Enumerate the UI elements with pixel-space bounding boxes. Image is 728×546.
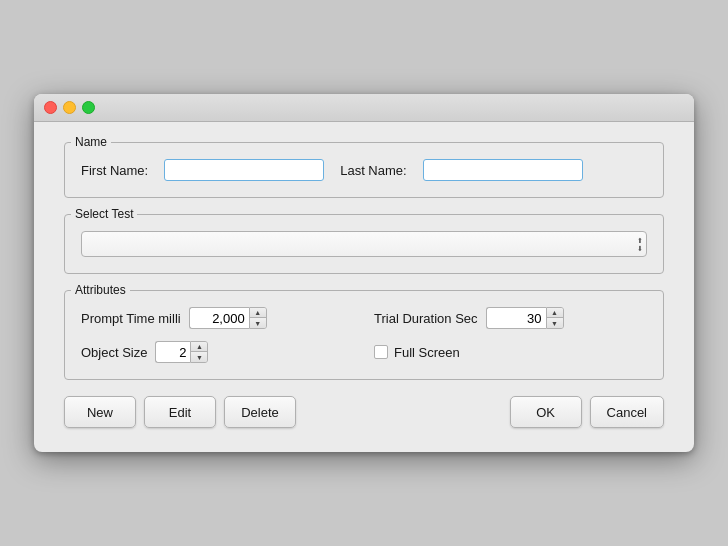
select-test-legend: Select Test xyxy=(71,207,137,221)
full-screen-checkbox[interactable] xyxy=(374,345,388,359)
object-size-input[interactable] xyxy=(155,341,190,363)
trial-duration-down-button[interactable]: ▼ xyxy=(547,318,563,328)
ok-button[interactable]: OK xyxy=(510,396,582,428)
traffic-lights xyxy=(44,101,95,114)
first-name-input[interactable] xyxy=(164,159,324,181)
attributes-fieldset: Attributes Prompt Time milli ▲ ▼ Tria xyxy=(64,290,664,380)
prompt-time-row: Prompt Time milli ▲ ▼ xyxy=(81,307,354,329)
buttons-left: New Edit Delete xyxy=(64,396,296,428)
prompt-time-stepper: ▲ ▼ xyxy=(249,307,267,329)
prompt-time-label: Prompt Time milli xyxy=(81,311,181,326)
buttons-right: OK Cancel xyxy=(510,396,664,428)
titlebar xyxy=(34,94,694,122)
object-size-input-wrapper: ▲ ▼ xyxy=(155,341,208,363)
minimize-button[interactable] xyxy=(63,101,76,114)
edit-button[interactable]: Edit xyxy=(144,396,216,428)
trial-duration-input-wrapper: ▲ ▼ xyxy=(486,307,564,329)
attributes-legend: Attributes xyxy=(71,283,130,297)
trial-duration-stepper: ▲ ▼ xyxy=(546,307,564,329)
maximize-button[interactable] xyxy=(82,101,95,114)
object-size-up-button[interactable]: ▲ xyxy=(191,342,207,352)
prompt-time-down-button[interactable]: ▼ xyxy=(250,318,266,328)
attributes-grid: Prompt Time milli ▲ ▼ Trial Duration Sec xyxy=(81,307,647,363)
main-window: Name First Name: Last Name: Select Test xyxy=(34,94,694,452)
new-button[interactable]: New xyxy=(64,396,136,428)
object-size-row: Object Size ▲ ▼ xyxy=(81,341,354,363)
full-screen-row: Full Screen xyxy=(374,341,647,363)
prompt-time-input-wrapper: ▲ ▼ xyxy=(189,307,267,329)
object-size-stepper: ▲ ▼ xyxy=(190,341,208,363)
delete-button[interactable]: Delete xyxy=(224,396,296,428)
close-button[interactable] xyxy=(44,101,57,114)
full-screen-label: Full Screen xyxy=(394,345,460,360)
content-area: Name First Name: Last Name: Select Test xyxy=(34,122,694,452)
select-test-fieldset: Select Test xyxy=(64,214,664,274)
object-size-down-button[interactable]: ▼ xyxy=(191,352,207,362)
last-name-input[interactable] xyxy=(423,159,583,181)
select-test-dropdown[interactable] xyxy=(81,231,647,257)
select-wrapper xyxy=(81,231,647,257)
first-name-label: First Name: xyxy=(81,163,148,178)
object-size-label: Object Size xyxy=(81,345,147,360)
trial-duration-row: Trial Duration Sec ▲ ▼ xyxy=(374,307,647,329)
prompt-time-up-button[interactable]: ▲ xyxy=(250,308,266,318)
name-row: First Name: Last Name: xyxy=(81,159,647,181)
last-name-label: Last Name: xyxy=(340,163,406,178)
trial-duration-label: Trial Duration Sec xyxy=(374,311,478,326)
select-test-section xyxy=(81,231,647,257)
name-legend: Name xyxy=(71,135,111,149)
prompt-time-input[interactable] xyxy=(189,307,249,329)
name-fieldset: Name First Name: Last Name: xyxy=(64,142,664,198)
trial-duration-up-button[interactable]: ▲ xyxy=(547,308,563,318)
trial-duration-input[interactable] xyxy=(486,307,546,329)
buttons-row: New Edit Delete OK Cancel xyxy=(64,396,664,428)
cancel-button[interactable]: Cancel xyxy=(590,396,664,428)
